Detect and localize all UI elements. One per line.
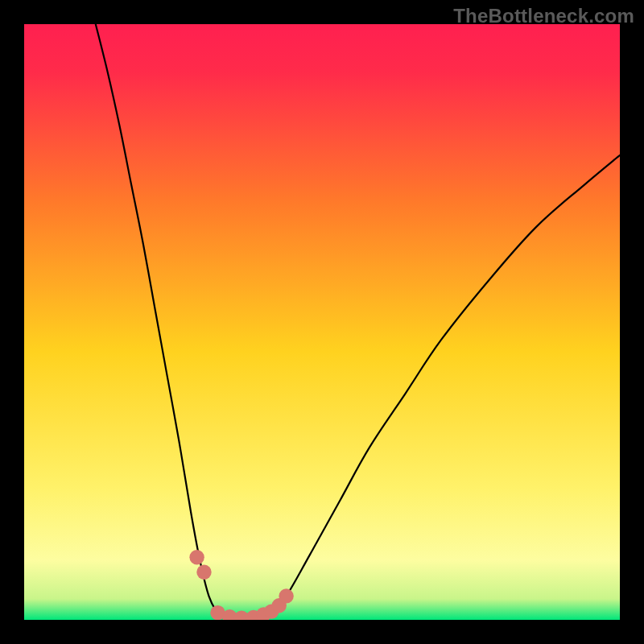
highlight-dot (279, 588, 293, 603)
highlight-dot (189, 550, 204, 564)
highlight-dot (196, 565, 211, 580)
chart-frame: TheBottleneck.com (0, 0, 644, 644)
gradient-background (24, 24, 620, 620)
plot-area (24, 24, 620, 620)
watermark-text: TheBottleneck.com (453, 5, 634, 27)
plot-svg (24, 24, 620, 620)
